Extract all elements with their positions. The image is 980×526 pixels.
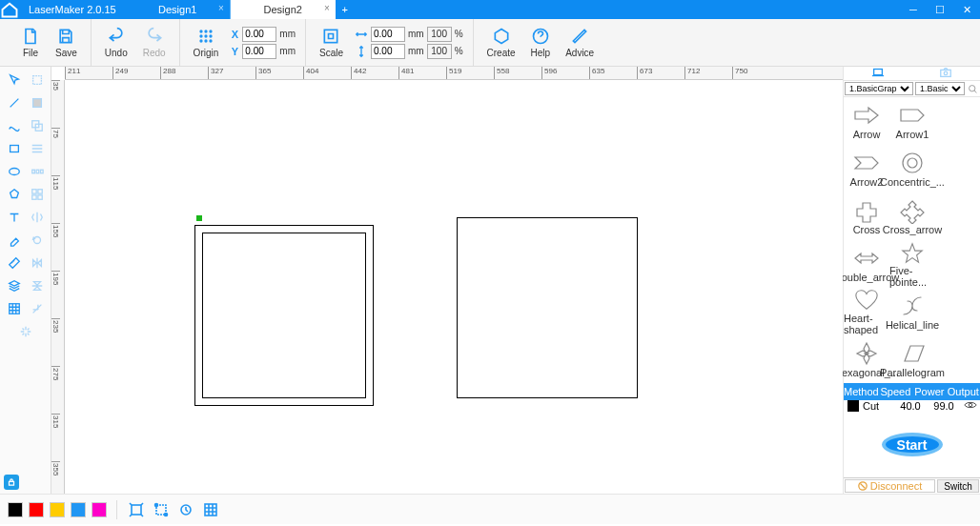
- laptop-icon[interactable]: [871, 67, 885, 80]
- canvas[interactable]: [65, 80, 843, 494]
- layers-icon[interactable]: [28, 116, 47, 135]
- shape-helical_line[interactable]: Helical_line: [889, 288, 935, 335]
- unit: mm: [408, 46, 424, 56]
- grid-tool[interactable]: [28, 185, 47, 204]
- shape-rect-inner[interactable]: [202, 233, 366, 398]
- flip-v-tool[interactable]: [28, 276, 47, 295]
- redo-button[interactable]: Redo: [135, 22, 174, 64]
- svg-rect-26: [873, 70, 882, 75]
- advice-button[interactable]: Advice: [558, 22, 602, 64]
- close-button[interactable]: ✕: [953, 0, 980, 19]
- save-button[interactable]: Save: [48, 22, 85, 64]
- col-power: Power: [912, 383, 946, 400]
- unit: mm: [408, 29, 424, 39]
- svg-rect-21: [37, 190, 41, 193]
- width-input[interactable]: [371, 27, 405, 42]
- disconnect-button[interactable]: Disconnect: [845, 479, 935, 493]
- shape-heart-shaped[interactable]: Heart-shaped: [844, 288, 889, 335]
- y-input[interactable]: [242, 44, 276, 59]
- switch-button[interactable]: Switch: [937, 479, 979, 493]
- col-method: Method: [844, 383, 879, 400]
- new-tab-button[interactable]: +: [336, 0, 355, 19]
- svg-point-8: [210, 40, 212, 42]
- x-input[interactable]: [242, 27, 276, 42]
- visibility-icon[interactable]: [960, 400, 980, 412]
- ellipse-tool[interactable]: [5, 162, 24, 181]
- flip-h-tool[interactable]: [28, 253, 47, 273]
- height-input[interactable]: [371, 44, 405, 59]
- color-swatch[interactable]: [8, 502, 23, 517]
- frame-tool[interactable]: [127, 500, 146, 519]
- offset-tool[interactable]: [28, 299, 47, 318]
- library-category-select[interactable]: 1.BasicGrap: [845, 82, 913, 95]
- create-button[interactable]: Create: [480, 22, 523, 64]
- svg-rect-19: [40, 170, 43, 173]
- measure-tool[interactable]: [5, 253, 24, 273]
- file-button[interactable]: File: [13, 22, 48, 64]
- shape-concentric_...[interactable]: Concentric_...: [889, 145, 935, 192]
- height-pct[interactable]: 100: [427, 44, 452, 59]
- stack-tool[interactable]: [5, 276, 24, 295]
- svg-point-29: [970, 85, 975, 91]
- shape-rect-2[interactable]: [457, 217, 638, 398]
- shape-arrow1[interactable]: Arrow1: [889, 97, 935, 145]
- tab-design2[interactable]: Design2 ×: [231, 0, 336, 19]
- svg-point-2: [210, 30, 212, 32]
- help-button[interactable]: Help: [523, 22, 559, 64]
- tab-design1[interactable]: Design1 ×: [126, 0, 231, 19]
- color-swatch[interactable]: [29, 502, 44, 517]
- create-label: Create: [487, 48, 516, 58]
- shape-arrow[interactable]: Arrow: [844, 97, 889, 145]
- mirror-tool[interactable]: [28, 208, 47, 227]
- color-swatch[interactable]: [92, 502, 107, 517]
- lock-button[interactable]: [4, 475, 19, 490]
- shape-cross_arrow[interactable]: Cross_arrow: [889, 192, 935, 240]
- text-tool[interactable]: [5, 208, 24, 227]
- shape-double_arrow[interactable]: Double_arrow: [844, 240, 889, 288]
- line-tool[interactable]: [5, 93, 24, 112]
- width-pct[interactable]: 100: [427, 27, 452, 42]
- polygon-tool[interactable]: [5, 185, 24, 204]
- close-icon[interactable]: ×: [324, 3, 330, 13]
- nodes-tool[interactable]: [152, 500, 171, 519]
- close-icon[interactable]: ×: [218, 3, 224, 13]
- svg-rect-24: [9, 304, 19, 314]
- rotate-tool[interactable]: [28, 231, 47, 250]
- select-tool[interactable]: [5, 71, 24, 90]
- svg-rect-18: [36, 170, 39, 173]
- rect-tool[interactable]: [5, 139, 24, 158]
- preview-tool[interactable]: [176, 500, 195, 519]
- shape-parallelogram[interactable]: Parallelogram: [889, 335, 935, 383]
- svg-point-28: [945, 71, 949, 75]
- start-button[interactable]: Start: [882, 433, 943, 456]
- home-icon[interactable]: [0, 0, 19, 19]
- spark-tool[interactable]: [16, 322, 35, 341]
- svg-point-0: [200, 30, 202, 32]
- left-toolbar: [0, 67, 51, 494]
- distribute-tool[interactable]: [28, 162, 47, 181]
- scale-button[interactable]: Scale: [312, 22, 351, 64]
- layer-power: 99.0: [928, 400, 960, 412]
- camera-icon[interactable]: [939, 67, 952, 80]
- origin-button[interactable]: Origin: [186, 22, 227, 64]
- color-swatch[interactable]: [50, 502, 65, 517]
- width-icon: [355, 28, 368, 41]
- maximize-button[interactable]: ☐: [927, 0, 953, 19]
- undo-button[interactable]: Undo: [97, 22, 135, 64]
- y-label: Y: [230, 46, 239, 57]
- eraser-tool[interactable]: [5, 231, 24, 250]
- color-swatch[interactable]: [71, 502, 86, 517]
- shape-five-pointe...[interactable]: Five-pointe...: [889, 240, 935, 288]
- library-sub-select[interactable]: 1.Basic: [915, 82, 965, 95]
- main-toolbar: File Save Undo Redo Origin Xmm Ymm Scale…: [0, 19, 980, 67]
- layer-row[interactable]: Cut 40.0 99.0: [844, 400, 980, 412]
- fill-tool[interactable]: [28, 93, 47, 112]
- unit: mm: [279, 46, 296, 56]
- array-tool[interactable]: [5, 299, 24, 318]
- minimize-button[interactable]: ─: [900, 0, 927, 19]
- curve-tool[interactable]: [5, 116, 24, 135]
- marquee-tool[interactable]: [28, 71, 47, 90]
- search-icon[interactable]: [966, 81, 980, 96]
- grid-toggle[interactable]: [201, 500, 220, 519]
- align-tool[interactable]: [28, 139, 47, 158]
